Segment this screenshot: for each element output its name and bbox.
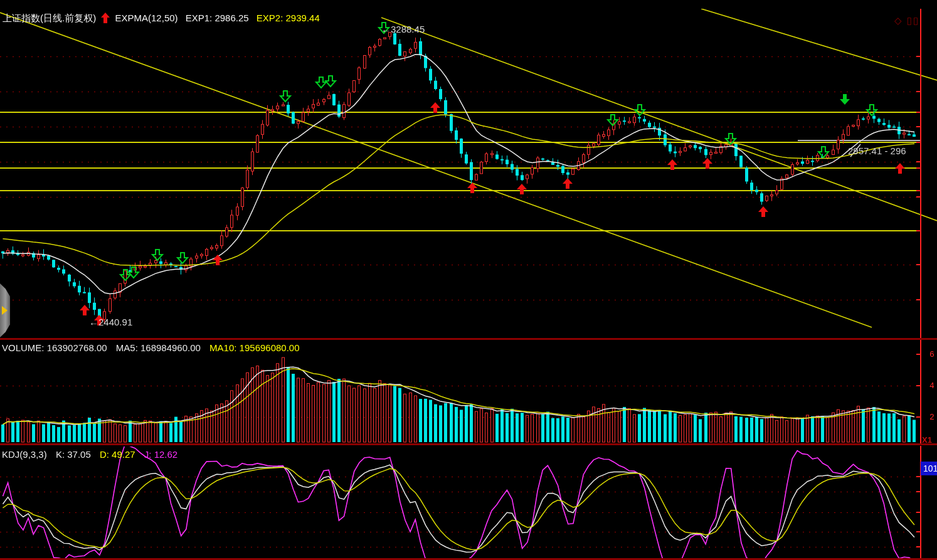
volume-axis-label-2: 2 [929, 413, 934, 422]
symbol-title: 上证指数(日线.前复权) [3, 13, 96, 23]
main-chart-header: 上证指数(日线.前复权) EXPMA(12,50) EXP1: 2986.25 … [3, 13, 320, 24]
peak-price-label: ←3288.45 [381, 24, 425, 34]
kdj-header: KDJ(9,3,3) K: 37.05 D: 49.27 J: 12.62 [2, 449, 177, 460]
kdj-j-value: J: 12.62 [144, 449, 177, 460]
volume-header: VOLUME: 163902768.00 MA5: 168984960.00 M… [2, 342, 300, 353]
expand-arrow-icon [2, 306, 8, 315]
red-up-arrow-icon [101, 13, 110, 23]
exp1-value: EXP1: 2986.25 [186, 13, 249, 23]
chart-canvas[interactable] [0, 0, 937, 560]
kdj-axis-badge: 101 [921, 462, 937, 475]
exp2-value: EXP2: 2939.44 [257, 13, 320, 23]
current-price-label: 2957.41 - 296 [848, 145, 906, 156]
kdj-k-value: K: 37.05 [56, 449, 91, 460]
kdj-title[interactable]: KDJ(9,3,3) [2, 449, 47, 460]
trough-price-label: ←2440.91 [89, 317, 132, 327]
kdj-d-value: D: 49.27 [100, 449, 135, 460]
volume-ma10-value: MA10: 195696080.00 [209, 342, 299, 353]
volume-axis-label-4: 4 [929, 381, 934, 391]
volume-ma5-value: MA5: 168984960.00 [116, 342, 201, 353]
trading-app-window: 系统功能报价分析扩展行情资讯工具帮助委托交易 网上交易平台 上证指数 上证指数(… [0, 0, 937, 560]
volume-scale-label: X1 [922, 435, 932, 445]
pane-corner-icons[interactable]: ◇ ▯▯ [894, 15, 919, 26]
volume-axis-label-6: 6 [929, 350, 934, 359]
volume-value: VOLUME: 163902768.00 [2, 342, 107, 353]
indicator-label[interactable]: EXPMA(12,50) [115, 13, 178, 23]
